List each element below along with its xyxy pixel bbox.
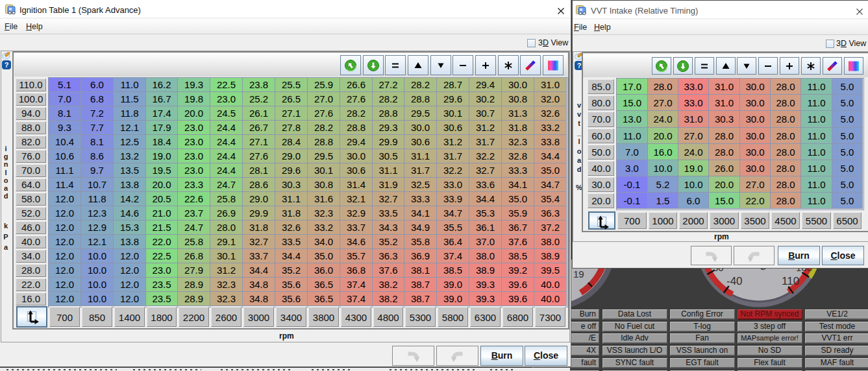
- svg-text:?: ?: [5, 61, 9, 69]
- svg-text:?: ?: [577, 62, 582, 69]
